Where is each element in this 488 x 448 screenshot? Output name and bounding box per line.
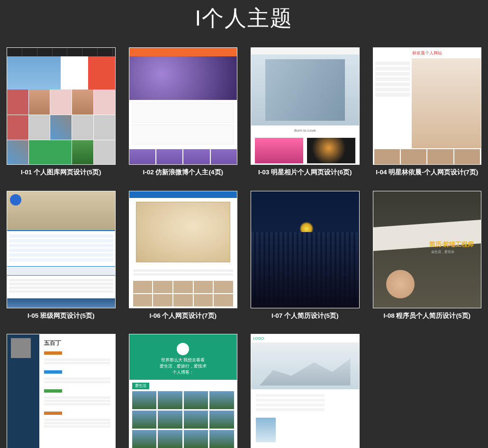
templates-grid: I-01 个人图库网页设计(5页) I-02 仿新浪微博个人主(4页) Born… — [0, 43, 488, 448]
template-label: I-02 仿新浪微博个人主(4页) — [129, 165, 238, 177]
template-thumbnail — [7, 191, 116, 308]
template-card-i06[interactable]: I-06 个人网页设计(7页) — [129, 191, 238, 320]
template-label: I-01 个人图库网页设计(5页) — [7, 165, 116, 177]
template-thumbnail: 世界那么大 我想去看看 爱生活，爱旅行，爱技术 个人博客： 爱生活 — [129, 334, 238, 448]
template-label: I-08 程序员个人简历设计(5页) — [373, 308, 482, 320]
template-thumbnail: LOGO — [251, 334, 360, 448]
template-thumbnail: 简历·前端工程师 会生活，爱音乐 — [373, 191, 482, 308]
template-thumbnail — [129, 47, 238, 165]
template-label: I-07 个人简历设计(5页) — [251, 308, 360, 320]
template-card-i08[interactable]: 简历·前端工程师 会生活，爱音乐 I-08 程序员个人简历设计(5页) — [373, 191, 482, 320]
template-card-i05[interactable]: I-05 班级网页设计(5页) — [7, 191, 116, 320]
template-label: I-03 明星相片个人网页设计(6页) — [251, 165, 360, 177]
template-thumbnail — [7, 47, 116, 165]
template-card-i01[interactable]: I-01 个人图库网页设计(5页) — [7, 47, 116, 177]
template-thumbnail: 五百丁 — [7, 334, 116, 448]
template-thumbnail — [129, 191, 238, 308]
template-label: I-06 个人网页设计(7页) — [129, 308, 238, 320]
template-thumbnail: Born to Love — [251, 47, 360, 165]
page-title: I个人主题 — [0, 0, 488, 43]
template-card-i03[interactable]: Born to Love I-03 明星相片个人网页设计(6页) — [251, 47, 360, 177]
template-label: I-04 明星林依晨-个人网页设计(7页) — [373, 165, 482, 177]
template-label: I-05 班级网页设计(5页) — [7, 308, 116, 320]
template-thumbnail — [251, 191, 360, 308]
template-card-i07[interactable]: I-07 个人简历设计(5页) — [251, 191, 360, 320]
template-card-i04[interactable]: 林依晨个人网站 I-04 明星林依晨-个人网页设计(7页) — [373, 47, 482, 177]
template-card-i09[interactable]: 五百丁 I-09 IT技术个人简历(1页) — [7, 334, 116, 448]
template-card-i02[interactable]: I-02 仿新浪微博个人主(4页) — [129, 47, 238, 177]
template-card-i11[interactable]: LOGO I-11 大学生活记录个人主页(12页) — [251, 334, 360, 448]
template-card-i10[interactable]: 世界那么大 我想去看看 爱生活，爱旅行，爱技术 个人博客： 爱生活 I-10 个… — [129, 334, 238, 448]
template-thumbnail: 林依晨个人网站 — [373, 47, 482, 165]
